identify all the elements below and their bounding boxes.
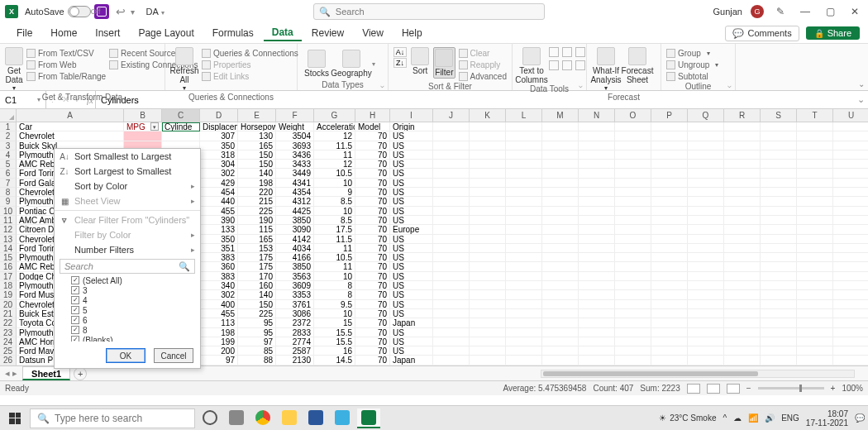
data-cell[interactable]: [651, 179, 688, 188]
data-cell[interactable]: [433, 300, 470, 309]
data-cell[interactable]: [761, 207, 797, 216]
data-cell[interactable]: 165: [238, 235, 276, 244]
ribbon-mode-icon[interactable]: ✎: [772, 6, 789, 17]
data-cell[interactable]: [433, 262, 470, 271]
sort-az-icon[interactable]: A↓: [393, 47, 407, 57]
data-cell[interactable]: 3086: [276, 309, 314, 318]
data-cell[interactable]: [470, 281, 506, 290]
data-cell[interactable]: [797, 141, 833, 150]
data-cell[interactable]: [688, 281, 724, 290]
data-cell[interactable]: [615, 290, 651, 299]
data-cell[interactable]: [542, 281, 579, 290]
data-cell[interactable]: [724, 318, 761, 327]
checkbox-icon[interactable]: ✓: [71, 276, 79, 284]
toggle-switch[interactable]: [68, 6, 91, 17]
data-cell[interactable]: [724, 216, 761, 225]
data-cell[interactable]: [579, 346, 615, 356]
column-header[interactable]: L: [506, 109, 542, 122]
data-cell[interactable]: [506, 225, 542, 234]
data-cell[interactable]: [579, 253, 615, 262]
data-cell[interactable]: [615, 216, 651, 225]
data-cell[interactable]: [433, 160, 470, 169]
data-cell[interactable]: [761, 188, 797, 197]
data-cell[interactable]: [615, 160, 651, 169]
data-cell[interactable]: 97: [200, 356, 238, 365]
data-cell[interactable]: [797, 356, 833, 365]
data-cell[interactable]: US: [390, 150, 433, 160]
row-header[interactable]: 23: [0, 328, 17, 337]
data-cell[interactable]: [761, 281, 797, 290]
data-cell[interactable]: [688, 216, 724, 225]
row-header[interactable]: 13: [0, 235, 17, 244]
data-cell[interactable]: [542, 179, 579, 188]
normal-view-icon[interactable]: [687, 384, 700, 394]
data-cell[interactable]: 70: [355, 328, 390, 337]
header-cell[interactable]: [470, 122, 506, 131]
data-cell[interactable]: [724, 197, 761, 206]
data-cell[interactable]: [797, 197, 833, 206]
data-cell[interactable]: [433, 188, 470, 197]
data-cell[interactable]: [579, 150, 615, 160]
row-header[interactable]: 22: [0, 318, 17, 327]
data-cell[interactable]: [833, 225, 868, 234]
data-cell[interactable]: 70: [355, 131, 390, 141]
menu-help[interactable]: Help: [393, 26, 431, 41]
data-cell[interactable]: [506, 207, 542, 216]
forecast-sheet-button[interactable]: Forecast Sheet: [623, 47, 651, 84]
sort-by-color-item[interactable]: Sort by Color▸: [55, 179, 200, 194]
data-cell[interactable]: 70: [355, 318, 390, 327]
data-cell[interactable]: [542, 262, 579, 271]
data-cell[interactable]: [797, 244, 833, 253]
data-cell[interactable]: [433, 225, 470, 234]
header-cell[interactable]: Weight: [276, 122, 314, 131]
data-cell[interactable]: [542, 253, 579, 262]
data-cell[interactable]: 85: [238, 346, 276, 356]
header-cell[interactable]: [651, 122, 688, 131]
data-cell[interactable]: US: [390, 281, 433, 290]
data-cell[interactable]: 4034: [276, 244, 314, 253]
data-cell[interactable]: [470, 309, 506, 318]
data-cell[interactable]: 9.5: [314, 300, 355, 309]
data-cell[interactable]: [688, 318, 724, 327]
cortana-icon[interactable]: [198, 408, 222, 428]
data-cell[interactable]: 70: [355, 179, 390, 188]
data-cell[interactable]: Europe: [390, 225, 433, 234]
data-cell[interactable]: [651, 225, 688, 234]
data-cell[interactable]: 70: [355, 169, 390, 178]
data-cell[interactable]: [506, 309, 542, 318]
data-cell[interactable]: 150: [238, 150, 276, 160]
data-cell[interactable]: [761, 309, 797, 318]
menu-view[interactable]: View: [354, 26, 392, 41]
data-cell[interactable]: US: [390, 309, 433, 318]
data-cell[interactable]: [124, 131, 162, 141]
ungroup-button[interactable]: Ungroup▾: [666, 59, 718, 70]
data-cell[interactable]: 15: [314, 318, 355, 327]
column-header[interactable]: O: [615, 109, 651, 122]
column-header[interactable]: P: [651, 109, 688, 122]
data-cell[interactable]: [833, 337, 868, 346]
data-cell[interactable]: [761, 272, 797, 281]
data-cell[interactable]: 15.5: [314, 328, 355, 337]
zoom-slider[interactable]: [758, 387, 824, 389]
data-cell[interactable]: 70: [355, 235, 390, 244]
data-cell[interactable]: 390: [200, 216, 238, 225]
data-cell[interactable]: 12: [314, 131, 355, 141]
sheet-nav[interactable]: ◂ ▸: [0, 368, 22, 379]
row-header[interactable]: 4: [0, 150, 17, 160]
autosave-toggle[interactable]: AutoSave Off: [25, 6, 86, 17]
data-cell[interactable]: [833, 281, 868, 290]
data-cell[interactable]: 4166: [276, 253, 314, 262]
data-cell[interactable]: [761, 150, 797, 160]
row-header[interactable]: 8: [0, 188, 17, 197]
data-cell[interactable]: 16: [314, 346, 355, 356]
filter-check-item[interactable]: ✓8: [71, 325, 192, 335]
row-header[interactable]: 3: [0, 141, 17, 150]
comments-button[interactable]: 💬 Comments: [725, 26, 799, 41]
data-cell[interactable]: 70: [355, 160, 390, 169]
data-cell[interactable]: [688, 169, 724, 178]
data-cell[interactable]: 454: [200, 188, 238, 197]
filter-search-input[interactable]: Search🔍: [60, 259, 195, 274]
data-cell[interactable]: [761, 131, 797, 141]
data-cell[interactable]: [761, 169, 797, 178]
row-header[interactable]: 20: [0, 300, 17, 309]
